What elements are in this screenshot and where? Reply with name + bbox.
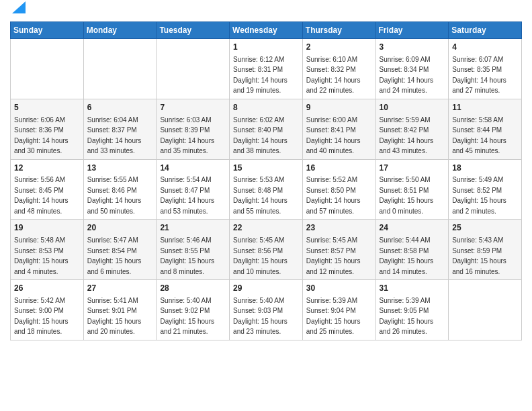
day-info: Sunrise: 5:41 AM Sunset: 9:01 PM Dayligh…	[87, 297, 142, 336]
day-info: Sunrise: 5:44 AM Sunset: 8:58 PM Dayligh…	[380, 236, 434, 275]
day-info: Sunrise: 6:07 AM Sunset: 8:35 PM Dayligh…	[452, 56, 506, 95]
calendar-cell: 4Sunrise: 6:07 AM Sunset: 8:35 PM Daylig…	[449, 39, 522, 99]
day-info: Sunrise: 5:47 AM Sunset: 8:54 PM Dayligh…	[87, 236, 142, 275]
calendar-cell: 8Sunrise: 6:02 AM Sunset: 8:40 PM Daylig…	[230, 99, 303, 159]
day-number: 11	[452, 102, 518, 113]
day-number: 27	[87, 283, 153, 294]
calendar-cell: 11Sunrise: 5:58 AM Sunset: 8:44 PM Dayli…	[449, 99, 522, 159]
day-info: Sunrise: 6:12 AM Sunset: 8:31 PM Dayligh…	[233, 56, 287, 95]
day-number: 17	[380, 163, 445, 174]
day-number: 4	[452, 42, 518, 53]
day-number: 1	[233, 42, 299, 53]
calendar-cell: 13Sunrise: 5:55 AM Sunset: 8:46 PM Dayli…	[83, 159, 157, 220]
calendar-cell: 2Sunrise: 6:10 AM Sunset: 8:32 PM Daylig…	[302, 39, 375, 99]
day-info: Sunrise: 5:46 AM Sunset: 8:55 PM Dayligh…	[160, 236, 214, 275]
day-number: 30	[306, 283, 372, 294]
day-number: 22	[233, 222, 299, 234]
calendar-cell: 20Sunrise: 5:47 AM Sunset: 8:54 PM Dayli…	[83, 220, 157, 280]
calendar-day-header: Tuesday	[157, 22, 230, 39]
calendar-cell: 24Sunrise: 5:44 AM Sunset: 8:58 PM Dayli…	[375, 220, 449, 280]
calendar-cell: 30Sunrise: 5:39 AM Sunset: 9:04 PM Dayli…	[302, 280, 375, 340]
calendar-cell: 10Sunrise: 5:59 AM Sunset: 8:42 PM Dayli…	[375, 99, 449, 159]
calendar-cell: 18Sunrise: 5:49 AM Sunset: 8:52 PM Dayli…	[449, 159, 522, 220]
day-number: 2	[306, 42, 372, 53]
day-info: Sunrise: 5:40 AM Sunset: 9:02 PM Dayligh…	[160, 297, 214, 336]
calendar-cell	[11, 39, 84, 99]
calendar-cell: 27Sunrise: 5:41 AM Sunset: 9:01 PM Dayli…	[83, 280, 157, 340]
day-number: 31	[380, 283, 445, 294]
day-info: Sunrise: 6:09 AM Sunset: 8:34 PM Dayligh…	[380, 56, 434, 95]
calendar-header-row: SundayMondayTuesdayWednesdayThursdayFrid…	[11, 22, 522, 39]
calendar-cell: 21Sunrise: 5:46 AM Sunset: 8:55 PM Dayli…	[157, 220, 230, 280]
day-info: Sunrise: 5:50 AM Sunset: 8:51 PM Dayligh…	[380, 176, 434, 215]
calendar-cell: 26Sunrise: 5:42 AM Sunset: 9:00 PM Dayli…	[11, 280, 84, 340]
day-info: Sunrise: 6:03 AM Sunset: 8:39 PM Dayligh…	[160, 116, 214, 155]
svg-marker-0	[12, 1, 26, 13]
calendar-cell: 14Sunrise: 5:54 AM Sunset: 8:47 PM Dayli…	[157, 159, 230, 220]
day-info: Sunrise: 5:58 AM Sunset: 8:44 PM Dayligh…	[452, 116, 506, 155]
calendar-day-header: Monday	[83, 22, 157, 39]
calendar-cell: 1Sunrise: 6:12 AM Sunset: 8:31 PM Daylig…	[230, 39, 303, 99]
day-info: Sunrise: 5:56 AM Sunset: 8:45 PM Dayligh…	[14, 176, 69, 215]
calendar-cell	[157, 39, 230, 99]
day-info: Sunrise: 6:00 AM Sunset: 8:41 PM Dayligh…	[306, 116, 361, 155]
logo	[10, 7, 26, 16]
day-info: Sunrise: 6:10 AM Sunset: 8:32 PM Dayligh…	[306, 56, 361, 95]
day-info: Sunrise: 5:54 AM Sunset: 8:47 PM Dayligh…	[160, 176, 214, 215]
calendar-cell: 5Sunrise: 6:06 AM Sunset: 8:36 PM Daylig…	[11, 99, 84, 159]
day-number: 15	[233, 163, 299, 174]
day-number: 20	[87, 222, 153, 234]
calendar-cell: 19Sunrise: 5:48 AM Sunset: 8:53 PM Dayli…	[11, 220, 84, 280]
day-info: Sunrise: 5:39 AM Sunset: 9:04 PM Dayligh…	[306, 297, 361, 336]
day-info: Sunrise: 5:45 AM Sunset: 8:56 PM Dayligh…	[233, 236, 287, 275]
calendar-cell: 9Sunrise: 6:00 AM Sunset: 8:41 PM Daylig…	[302, 99, 375, 159]
day-number: 14	[160, 163, 226, 174]
calendar-cell: 22Sunrise: 5:45 AM Sunset: 8:56 PM Dayli…	[230, 220, 303, 280]
day-info: Sunrise: 5:52 AM Sunset: 8:50 PM Dayligh…	[306, 176, 361, 215]
day-info: Sunrise: 5:59 AM Sunset: 8:42 PM Dayligh…	[380, 116, 434, 155]
calendar-cell: 31Sunrise: 5:39 AM Sunset: 9:05 PM Dayli…	[375, 280, 449, 340]
calendar-cell: 28Sunrise: 5:40 AM Sunset: 9:02 PM Dayli…	[157, 280, 230, 340]
logo-icon	[11, 1, 26, 16]
calendar-cell: 6Sunrise: 6:04 AM Sunset: 8:37 PM Daylig…	[83, 99, 157, 159]
calendar-week-row: 12Sunrise: 5:56 AM Sunset: 8:45 PM Dayli…	[11, 159, 522, 220]
calendar-day-header: Thursday	[302, 22, 375, 39]
day-info: Sunrise: 5:43 AM Sunset: 8:59 PM Dayligh…	[452, 236, 506, 275]
day-info: Sunrise: 5:55 AM Sunset: 8:46 PM Dayligh…	[87, 176, 142, 215]
day-number: 16	[306, 163, 372, 174]
day-number: 21	[160, 222, 226, 234]
day-number: 13	[87, 163, 153, 174]
calendar-day-header: Sunday	[11, 22, 84, 39]
day-number: 19	[14, 222, 80, 234]
calendar-cell: 3Sunrise: 6:09 AM Sunset: 8:34 PM Daylig…	[375, 39, 449, 99]
calendar-cell: 7Sunrise: 6:03 AM Sunset: 8:39 PM Daylig…	[157, 99, 230, 159]
day-info: Sunrise: 5:42 AM Sunset: 9:00 PM Dayligh…	[14, 297, 69, 336]
day-info: Sunrise: 5:48 AM Sunset: 8:53 PM Dayligh…	[14, 236, 69, 275]
day-info: Sunrise: 5:39 AM Sunset: 9:05 PM Dayligh…	[380, 297, 434, 336]
day-number: 8	[233, 102, 299, 113]
day-info: Sunrise: 5:45 AM Sunset: 8:57 PM Dayligh…	[306, 236, 361, 275]
day-info: Sunrise: 5:49 AM Sunset: 8:52 PM Dayligh…	[452, 176, 506, 215]
calendar-cell: 25Sunrise: 5:43 AM Sunset: 8:59 PM Dayli…	[449, 220, 522, 280]
calendar-week-row: 26Sunrise: 5:42 AM Sunset: 9:00 PM Dayli…	[11, 280, 522, 340]
day-info: Sunrise: 5:53 AM Sunset: 8:48 PM Dayligh…	[233, 176, 287, 215]
day-number: 26	[14, 283, 80, 294]
day-number: 28	[160, 283, 226, 294]
calendar-table: SundayMondayTuesdayWednesdayThursdayFrid…	[10, 21, 522, 340]
calendar-cell: 23Sunrise: 5:45 AM Sunset: 8:57 PM Dayli…	[302, 220, 375, 280]
day-number: 7	[160, 102, 226, 113]
calendar-week-row: 1Sunrise: 6:12 AM Sunset: 8:31 PM Daylig…	[11, 39, 522, 99]
calendar-cell: 16Sunrise: 5:52 AM Sunset: 8:50 PM Dayli…	[302, 159, 375, 220]
day-number: 10	[380, 102, 445, 113]
calendar-day-header: Friday	[375, 22, 449, 39]
day-info: Sunrise: 6:06 AM Sunset: 8:36 PM Dayligh…	[14, 116, 69, 155]
calendar-week-row: 5Sunrise: 6:06 AM Sunset: 8:36 PM Daylig…	[11, 99, 522, 159]
day-number: 5	[14, 102, 80, 113]
day-number: 25	[452, 222, 518, 234]
calendar-cell	[449, 280, 522, 340]
calendar-cell: 12Sunrise: 5:56 AM Sunset: 8:45 PM Dayli…	[11, 159, 84, 220]
day-number: 9	[306, 102, 372, 113]
day-info: Sunrise: 6:02 AM Sunset: 8:40 PM Dayligh…	[233, 116, 287, 155]
calendar-cell: 17Sunrise: 5:50 AM Sunset: 8:51 PM Dayli…	[375, 159, 449, 220]
calendar-cell: 29Sunrise: 5:40 AM Sunset: 9:03 PM Dayli…	[230, 280, 303, 340]
